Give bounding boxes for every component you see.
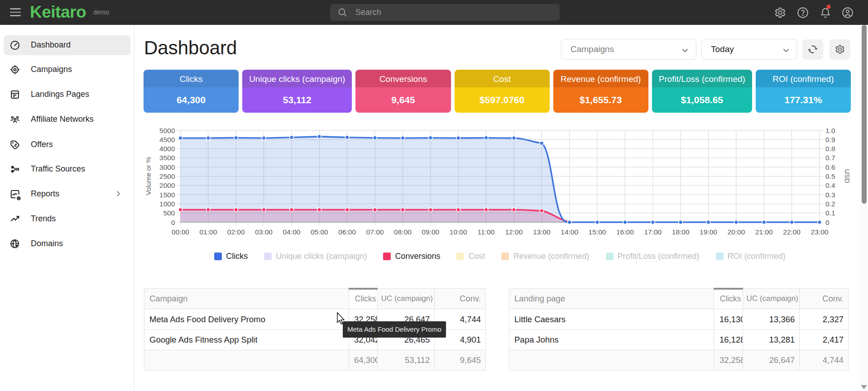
svg-text:06:00: 06:00 [338, 228, 356, 236]
svg-text:12:00: 12:00 [505, 228, 523, 236]
svg-text:0: 0 [171, 219, 175, 226]
svg-text:0.6: 0.6 [825, 163, 835, 171]
svg-text:10:00: 10:00 [450, 228, 467, 236]
svg-text:16:00: 16:00 [616, 228, 634, 236]
svg-text:0.2: 0.2 [825, 200, 835, 208]
svg-text:4500: 4500 [159, 136, 175, 143]
svg-text:0: 0 [825, 219, 830, 226]
svg-text:500: 500 [163, 209, 175, 217]
svg-text:04:00: 04:00 [283, 228, 301, 236]
svg-text:23:00: 23:00 [811, 228, 829, 236]
svg-text:Volume or %: Volume or % [144, 157, 152, 195]
svg-text:14:00: 14:00 [561, 228, 578, 236]
svg-text:2500: 2500 [159, 172, 175, 180]
svg-text:0.4: 0.4 [825, 181, 835, 189]
svg-text:20:00: 20:00 [728, 228, 745, 236]
svg-text:02:00: 02:00 [227, 228, 245, 236]
svg-text:1.0: 1.0 [825, 127, 835, 134]
svg-text:07:00: 07:00 [366, 228, 384, 236]
svg-text:1000: 1000 [159, 200, 175, 208]
svg-text:0.8: 0.8 [825, 145, 835, 153]
svg-text:17:00: 17:00 [644, 228, 662, 236]
svg-text:3500: 3500 [159, 154, 175, 162]
svg-text:0.5: 0.5 [825, 172, 835, 180]
svg-text:5000: 5000 [159, 127, 175, 134]
svg-text:21:00: 21:00 [755, 228, 773, 236]
svg-text:05:00: 05:00 [311, 228, 328, 236]
svg-text:15:00: 15:00 [589, 228, 606, 236]
svg-text:22:00: 22:00 [783, 228, 801, 236]
svg-text:0.1: 0.1 [825, 209, 835, 217]
svg-text:03:00: 03:00 [255, 228, 273, 236]
svg-text:3000: 3000 [159, 163, 175, 171]
svg-text:13:00: 13:00 [533, 228, 551, 236]
svg-text:09:00: 09:00 [422, 228, 439, 236]
svg-text:00:00: 00:00 [172, 228, 189, 236]
svg-text:19:00: 19:00 [700, 228, 717, 236]
svg-text:0.7: 0.7 [825, 154, 835, 162]
svg-text:2000: 2000 [159, 181, 175, 189]
svg-text:08:00: 08:00 [394, 228, 412, 236]
svg-text:11:00: 11:00 [478, 228, 495, 236]
svg-text:01:00: 01:00 [200, 228, 217, 236]
svg-text:USD: USD [844, 169, 851, 183]
svg-text:18:00: 18:00 [672, 228, 690, 236]
svg-text:4000: 4000 [159, 145, 175, 153]
svg-text:1500: 1500 [159, 191, 175, 199]
svg-text:0.9: 0.9 [825, 136, 835, 143]
svg-text:0.3: 0.3 [825, 191, 835, 199]
